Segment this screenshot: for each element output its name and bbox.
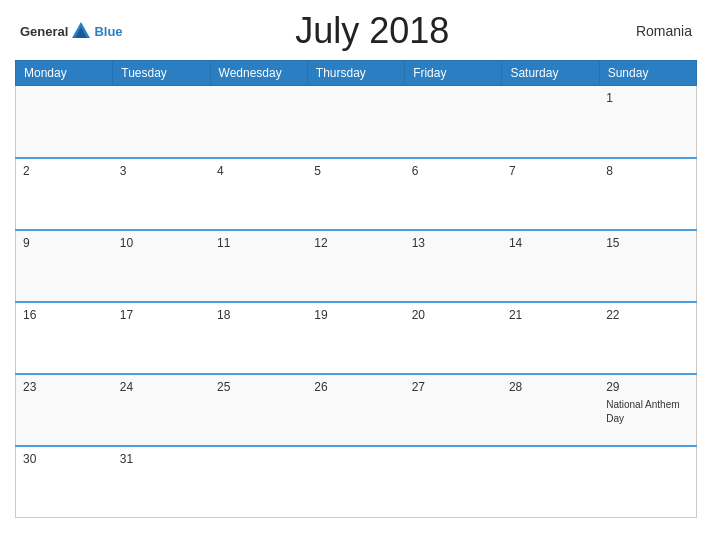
day-number: 11 [217, 236, 300, 250]
day-number: 15 [606, 236, 689, 250]
calendar-cell: 27 [405, 374, 502, 446]
calendar-cell: 31 [113, 446, 210, 518]
calendar-cell: 15 [599, 230, 696, 302]
day-number: 14 [509, 236, 592, 250]
calendar-cell: 23 [16, 374, 113, 446]
day-number: 27 [412, 380, 495, 394]
day-number: 5 [314, 164, 397, 178]
header-tuesday: Tuesday [113, 61, 210, 86]
header-wednesday: Wednesday [210, 61, 307, 86]
calendar-cell [502, 446, 599, 518]
calendar-cell: 5 [307, 158, 404, 230]
calendar-container: General Blue July 2018 Romania Monday Tu… [0, 0, 712, 550]
day-number: 25 [217, 380, 300, 394]
calendar-cell: 14 [502, 230, 599, 302]
calendar-week-0: 1 [16, 86, 697, 158]
day-number: 3 [120, 164, 203, 178]
calendar-cell [599, 446, 696, 518]
day-number: 30 [23, 452, 106, 466]
day-number: 29 [606, 380, 689, 394]
day-number: 16 [23, 308, 106, 322]
day-number: 23 [23, 380, 106, 394]
day-number: 1 [606, 91, 689, 105]
calendar-cell [307, 446, 404, 518]
calendar-cell [210, 446, 307, 518]
day-number: 19 [314, 308, 397, 322]
day-number: 8 [606, 164, 689, 178]
calendar-week-1: 2345678 [16, 158, 697, 230]
day-number: 21 [509, 308, 592, 322]
calendar-cell: 16 [16, 302, 113, 374]
calendar-cell: 3 [113, 158, 210, 230]
calendar-cell [113, 86, 210, 158]
calendar-week-2: 9101112131415 [16, 230, 697, 302]
country-name: Romania [622, 23, 692, 39]
calendar-cell: 4 [210, 158, 307, 230]
calendar-cell: 25 [210, 374, 307, 446]
header-saturday: Saturday [502, 61, 599, 86]
logo-icon [70, 20, 92, 42]
calendar-cell [307, 86, 404, 158]
header-sunday: Sunday [599, 61, 696, 86]
calendar-cell: 7 [502, 158, 599, 230]
header-monday: Monday [16, 61, 113, 86]
calendar-title: July 2018 [123, 10, 622, 52]
calendar-cell: 1 [599, 86, 696, 158]
calendar-table: Monday Tuesday Wednesday Thursday Friday… [15, 60, 697, 518]
calendar-cell [502, 86, 599, 158]
day-number: 18 [217, 308, 300, 322]
day-number: 10 [120, 236, 203, 250]
calendar-cell: 17 [113, 302, 210, 374]
calendar-cell: 18 [210, 302, 307, 374]
calendar-cell [405, 86, 502, 158]
calendar-cell [16, 86, 113, 158]
calendar-cell: 19 [307, 302, 404, 374]
day-number: 4 [217, 164, 300, 178]
day-number: 12 [314, 236, 397, 250]
logo-general-text: General [20, 24, 68, 39]
calendar-week-4: 23242526272829National Anthem Day [16, 374, 697, 446]
day-number: 22 [606, 308, 689, 322]
logo-blue-text: Blue [94, 24, 122, 39]
calendar-week-3: 16171819202122 [16, 302, 697, 374]
calendar-week-5: 3031 [16, 446, 697, 518]
calendar-cell: 13 [405, 230, 502, 302]
calendar-cell: 29National Anthem Day [599, 374, 696, 446]
calendar-cell: 26 [307, 374, 404, 446]
day-number: 13 [412, 236, 495, 250]
calendar-cell [405, 446, 502, 518]
calendar-cell: 12 [307, 230, 404, 302]
day-number: 24 [120, 380, 203, 394]
calendar-cell: 11 [210, 230, 307, 302]
calendar-cell: 22 [599, 302, 696, 374]
calendar-cell: 24 [113, 374, 210, 446]
calendar-cell: 20 [405, 302, 502, 374]
calendar-cell: 30 [16, 446, 113, 518]
day-number: 17 [120, 308, 203, 322]
calendar-cell [210, 86, 307, 158]
day-number: 2 [23, 164, 106, 178]
calendar-cell: 2 [16, 158, 113, 230]
day-number: 9 [23, 236, 106, 250]
header-thursday: Thursday [307, 61, 404, 86]
calendar-header: General Blue July 2018 Romania [15, 10, 697, 52]
day-number: 26 [314, 380, 397, 394]
day-number: 28 [509, 380, 592, 394]
holiday-name: National Anthem Day [606, 399, 679, 424]
calendar-cell: 8 [599, 158, 696, 230]
day-number: 7 [509, 164, 592, 178]
day-number: 31 [120, 452, 203, 466]
calendar-cell: 9 [16, 230, 113, 302]
logo: General Blue [20, 20, 123, 42]
calendar-cell: 28 [502, 374, 599, 446]
day-number: 20 [412, 308, 495, 322]
calendar-cell: 21 [502, 302, 599, 374]
calendar-cell: 10 [113, 230, 210, 302]
header-friday: Friday [405, 61, 502, 86]
calendar-cell: 6 [405, 158, 502, 230]
day-number: 6 [412, 164, 495, 178]
days-header-row: Monday Tuesday Wednesday Thursday Friday… [16, 61, 697, 86]
